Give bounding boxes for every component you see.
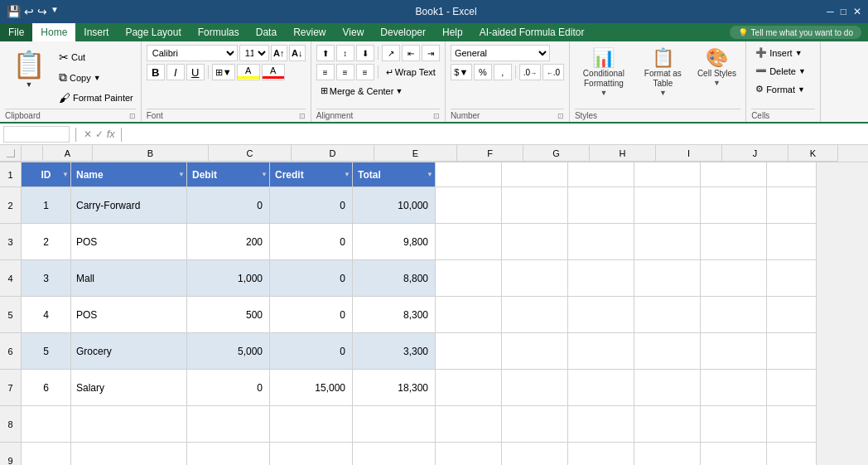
menu-view[interactable]: View [335, 23, 373, 41]
cell-k6[interactable] [767, 333, 817, 370]
cell-e7[interactable]: 18,300 [353, 370, 436, 406]
cell-d3[interactable]: 0 [270, 224, 353, 260]
format-button[interactable]: ⚙ Format ▼ [751, 81, 815, 97]
cell-g9[interactable] [502, 443, 568, 465]
cell-j1[interactable] [701, 162, 767, 187]
col-header-i[interactable]: I [656, 145, 722, 162]
redo-icon[interactable]: ↪ [37, 5, 47, 18]
cell-d8[interactable] [270, 406, 353, 443]
cell-f8[interactable] [436, 406, 502, 443]
dropdown-arrow-total[interactable]: ▼ [427, 171, 433, 178]
col-header-f[interactable]: F [457, 145, 523, 162]
dropdown-arrow-name[interactable]: ▼ [178, 171, 185, 178]
cell-e9[interactable] [353, 443, 436, 465]
cell-k9[interactable] [767, 443, 817, 465]
cell-i7[interactable] [634, 370, 701, 406]
cell-k2[interactable] [767, 187, 817, 224]
cell-i5[interactable] [634, 297, 701, 333]
number-format-select[interactable]: General Number Currency Accounting Date … [451, 45, 550, 61]
cell-i2[interactable] [634, 187, 701, 224]
row-header-5[interactable]: 5 [0, 297, 22, 333]
row-header-7[interactable]: 7 [0, 370, 22, 406]
cell-h7[interactable] [568, 370, 634, 406]
cell-e1[interactable]: Total ▼ [353, 162, 436, 187]
cell-c2[interactable]: 0 [187, 187, 270, 224]
cell-h8[interactable] [568, 406, 634, 443]
cell-j5[interactable] [701, 297, 767, 333]
cell-j2[interactable] [701, 187, 767, 224]
cell-d4[interactable]: 0 [270, 260, 353, 297]
cell-h9[interactable] [568, 443, 634, 465]
row-header-8[interactable]: 8 [0, 406, 22, 443]
clipboard-expand[interactable]: ⊡ [129, 112, 136, 120]
cell-j7[interactable] [701, 370, 767, 406]
alignment-expand[interactable]: ⊡ [433, 112, 440, 120]
col-header-d[interactable]: D [292, 145, 374, 162]
cell-b8[interactable] [71, 406, 187, 443]
cell-a5[interactable]: 4 [22, 297, 71, 333]
borders-button[interactable]: ⊞▼ [212, 64, 235, 80]
cell-a2[interactable]: 1 [22, 187, 71, 224]
cell-d1[interactable]: Credit ▼ [270, 162, 353, 187]
confirm-icon[interactable]: ✓ [95, 128, 104, 140]
cell-b7[interactable]: Salary [71, 370, 187, 406]
menu-page-layout[interactable]: Page Layout [117, 23, 189, 41]
cell-g4[interactable] [502, 260, 568, 297]
cell-d7[interactable]: 15,000 [270, 370, 353, 406]
cell-g3[interactable] [502, 224, 568, 260]
indent-increase-button[interactable]: ⇥ [422, 45, 440, 61]
cell-a8[interactable] [22, 406, 71, 443]
merge-center-button[interactable]: ⊞ Merge & Center ▼ [316, 83, 440, 99]
col-header-e[interactable]: E [374, 145, 457, 162]
font-expand[interactable]: ⊡ [299, 112, 306, 120]
col-header-b[interactable]: B [93, 145, 209, 162]
cell-g8[interactable] [502, 406, 568, 443]
cell-e8[interactable] [353, 406, 436, 443]
cell-e6[interactable]: 3,300 [353, 333, 436, 370]
dropdown-arrow-debit[interactable]: ▼ [261, 171, 268, 178]
col-header-h[interactable]: H [590, 145, 656, 162]
cell-f7[interactable] [436, 370, 502, 406]
cell-c5[interactable]: 500 [187, 297, 270, 333]
number-expand[interactable]: ⊡ [557, 112, 564, 120]
currency-button[interactable]: $▼ [451, 64, 472, 80]
dropdown-arrow-credit[interactable]: ▼ [344, 171, 350, 178]
cell-k5[interactable] [767, 297, 817, 333]
cell-h5[interactable] [568, 297, 634, 333]
menu-insert[interactable]: Insert [75, 23, 117, 41]
col-header-j[interactable]: J [722, 145, 788, 162]
cell-g6[interactable] [502, 333, 568, 370]
row-header-3[interactable]: 3 [0, 224, 22, 260]
cell-b4[interactable]: Mall [71, 260, 187, 297]
formula-input[interactable] [129, 128, 865, 140]
cell-a1[interactable]: ID ▼ [22, 162, 71, 187]
delete-button[interactable]: ➖ Delete ▼ [751, 63, 815, 79]
cell-j3[interactable] [701, 224, 767, 260]
cell-h6[interactable] [568, 333, 634, 370]
col-header-rownum[interactable] [22, 145, 43, 162]
cell-i4[interactable] [634, 260, 701, 297]
bold-button[interactable]: B [147, 64, 165, 80]
copy-button[interactable]: ⧉Copy▼ [56, 68, 136, 87]
cell-k1[interactable] [767, 162, 817, 187]
cell-ref-input[interactable]: G5 [3, 126, 70, 143]
align-left-button[interactable]: ≡ [316, 64, 335, 80]
cell-i1[interactable] [634, 162, 701, 187]
cell-a6[interactable]: 5 [22, 333, 71, 370]
cell-c1[interactable]: Debit ▼ [187, 162, 270, 187]
cell-j9[interactable] [701, 443, 767, 465]
cell-k3[interactable] [767, 224, 817, 260]
cell-c8[interactable] [187, 406, 270, 443]
cell-i8[interactable] [634, 406, 701, 443]
menu-developer[interactable]: Developer [372, 23, 434, 41]
font-size-select[interactable]: 11 [239, 45, 269, 61]
dropdown-arrow-id[interactable]: ▼ [62, 171, 69, 178]
menu-data[interactable]: Data [248, 23, 285, 41]
align-center-button[interactable]: ≡ [336, 64, 354, 80]
cell-h2[interactable] [568, 187, 634, 224]
menu-home[interactable]: Home [32, 23, 75, 41]
font-name-select[interactable]: Calibri [147, 45, 238, 61]
row-header-9[interactable]: 9 [0, 443, 22, 465]
menu-formulas[interactable]: Formulas [190, 23, 248, 41]
text-direction-button[interactable]: ↗ [382, 45, 400, 61]
